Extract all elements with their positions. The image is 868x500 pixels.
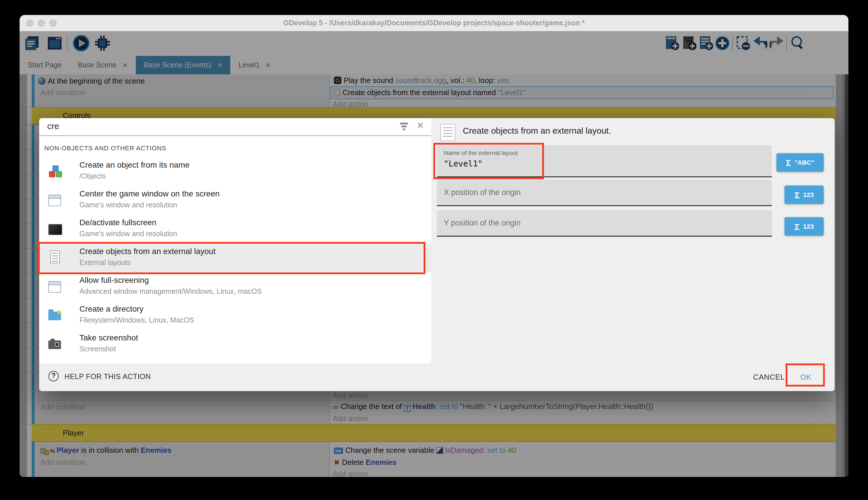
add-comment-icon[interactable] — [699, 35, 714, 51]
y-position-field[interactable]: Y position of the origin — [437, 210, 772, 237]
search-icon[interactable] — [790, 35, 806, 51]
tab-label: Base Scene (Events) — [144, 61, 211, 69]
external-layout-icon — [334, 89, 340, 96]
tab-start-page[interactable]: Start Page — [20, 56, 70, 74]
redo-icon[interactable] — [769, 35, 785, 51]
collision-arrows-icon: ⇆ — [50, 447, 55, 454]
annotation-box-name-field — [433, 143, 544, 179]
action-row-create-objects[interactable]: Create objects from the external layout … — [334, 88, 526, 97]
row-divider — [27, 400, 836, 400]
screenshot-canvas: GDevelop 5 - /Users/dkarakay/Documents/G… — [0, 0, 868, 500]
clear-search-icon[interactable]: ✕ — [417, 121, 424, 131]
toolbar-separator — [67, 36, 67, 51]
external-layout-icon — [440, 124, 455, 141]
help-link[interactable]: HELP FOR THIS ACTION — [64, 373, 151, 381]
action-title: Create objects from an external layout. — [463, 126, 611, 135]
toolbar-separator — [732, 36, 733, 51]
tab-level1[interactable]: Level1✕ — [231, 56, 279, 74]
tab-base-scene[interactable]: Base Scene✕ — [70, 56, 136, 74]
window-title: GDevelop 5 - /Users/dkarakay/Documents/G… — [20, 15, 848, 31]
undo-icon[interactable] — [752, 35, 769, 51]
sound-icon — [334, 77, 341, 84]
tab-label: Start Page — [28, 61, 62, 69]
help-icon: ? — [48, 371, 59, 381]
instruction-editor-dialog: cre ✕ NON-OBJECTS AND OTHER ACTIONS Crea… — [39, 118, 835, 391]
debug-icon[interactable] — [94, 35, 111, 51]
add-condition-link[interactable]: Add condition — [40, 403, 86, 411]
variable-icon — [436, 447, 443, 454]
close-tab-icon[interactable]: ✕ — [217, 61, 222, 69]
annotation-box-ok-button — [786, 363, 825, 387]
action-row-scene-variable[interactable]: VarChange the scene variable IsDamaged: … — [334, 446, 516, 454]
sigma-icon: Σ — [795, 190, 800, 200]
text-object-icon: T — [404, 405, 411, 412]
objects-cubes-icon — [48, 164, 63, 179]
sigma-icon: Σ — [786, 158, 791, 167]
tab-base-scene-events[interactable]: Base Scene (Events)✕ — [136, 56, 230, 74]
close-tab-icon[interactable]: ✕ — [122, 61, 128, 69]
main-toolbar — [20, 31, 848, 56]
add-action-link[interactable]: Add action — [333, 391, 368, 400]
toolbar-separator — [786, 36, 787, 51]
dialog-footer: ? HELP FOR THIS ACTION — [39, 363, 431, 391]
fullscreen-icon — [48, 222, 63, 237]
add-condition-link[interactable]: Add condition — [40, 88, 86, 97]
list-item-allow-fullscreen[interactable]: Allow full-screening Advanced window man… — [39, 272, 431, 301]
add-action-link[interactable]: Add action — [333, 469, 368, 477]
list-item-fullscreen[interactable]: De/activate fullscreen Game's window and… — [39, 215, 431, 244]
list-item-center-window[interactable]: Center the game window on the screen Gam… — [39, 186, 431, 215]
events-selection-rail — [32, 74, 35, 477]
add-condition-link[interactable]: Add condition — [40, 458, 86, 467]
game-window-icon — [48, 193, 63, 208]
scrollbar-thumb[interactable] — [845, 74, 848, 477]
titlebar: GDevelop 5 - /Users/dkarakay/Documents/G… — [20, 15, 848, 32]
add-event-icon[interactable] — [665, 35, 680, 51]
add-subevent-icon[interactable] — [682, 35, 697, 51]
search-input[interactable]: cre — [47, 121, 59, 131]
scene-editor-icon[interactable] — [46, 35, 63, 51]
action-row-delete[interactable]: ✖Delete Enemies — [334, 458, 397, 467]
search-underline — [39, 135, 431, 136]
app-window: GDevelop 5 - /Users/dkarakay/Documents/G… — [20, 15, 848, 477]
list-item-create-directory[interactable]: Create a directory Filesystem/Windows, L… — [39, 301, 431, 330]
delete-x-icon: ✖ — [334, 458, 340, 467]
app-content: Start Page Base Scene✕ Base Scene (Event… — [20, 31, 848, 477]
variable-badge-icon: Var — [334, 447, 343, 454]
events-gutter — [27, 74, 32, 477]
expression-builder-123-button[interactable]: Σ123 — [785, 217, 824, 236]
add-action-link[interactable]: Add action — [333, 414, 368, 423]
scrollbar[interactable] — [842, 74, 848, 477]
condition-row-collision[interactable]: ⇆Player is in collision with Enemies — [40, 446, 172, 455]
editor-tabbar: Start Page Base Scene✕ Base Scene (Event… — [20, 56, 848, 75]
annotation-box-list-item — [38, 242, 425, 274]
preview-play-icon[interactable] — [72, 35, 90, 51]
x-position-field[interactable]: X position of the origin — [437, 180, 772, 206]
project-manager-icon[interactable] — [24, 35, 41, 51]
group-player[interactable]: Player — [32, 424, 836, 442]
scene-begin-icon — [38, 77, 46, 85]
camera-icon — [48, 337, 63, 352]
folder-icon — [48, 308, 63, 323]
filter-icon[interactable] — [399, 123, 409, 131]
remove-selection-icon[interactable] — [736, 35, 751, 51]
condition-row[interactable]: At the beginning of the scene — [38, 77, 145, 85]
list-item-take-screenshot[interactable]: Take screenshot Screenshot — [39, 330, 431, 359]
tab-label: Level1 — [238, 61, 260, 69]
collision-cube-icon — [44, 450, 49, 455]
expression-builder-123-button[interactable]: Σ123 — [785, 185, 824, 204]
add-circle-icon[interactable] — [715, 35, 730, 51]
game-window-icon — [48, 280, 63, 294]
close-tab-icon[interactable]: ✕ — [265, 61, 271, 69]
action-row-sound[interactable]: Play the sound soundtrack.ogg, vol.: 40,… — [334, 76, 509, 85]
list-item-create-object[interactable]: Create an object from its name /Objects — [39, 157, 431, 186]
txt-badge: txt — [333, 404, 338, 410]
action-row-change-text[interactable]: txtChange the text of THealth: set to "H… — [333, 402, 653, 412]
sigma-icon: Σ — [795, 221, 800, 231]
tab-label: Base Scene — [78, 61, 117, 69]
section-header: NON-OBJECTS AND OTHER ACTIONS — [44, 145, 166, 151]
expression-builder-abc-button[interactable]: Σ"ABC" — [776, 153, 824, 172]
